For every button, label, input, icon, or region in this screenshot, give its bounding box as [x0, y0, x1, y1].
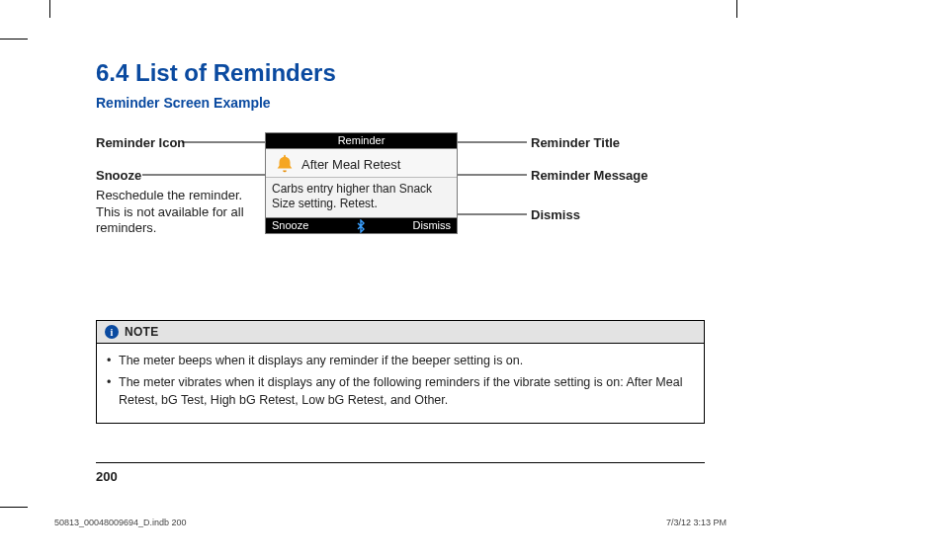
reminder-diagram: Reminder Icon Snooze Reschedule the remi… [96, 130, 705, 298]
callout-reminder-title: Reminder Title [531, 135, 699, 151]
note-label: NOTE [125, 325, 159, 339]
callout-label: Reminder Icon [96, 135, 244, 151]
section-title: 6.4 List of Reminders [96, 59, 705, 87]
crop-mark-top [49, 0, 50, 18]
callout-reminder-message: Reminder Message [531, 168, 699, 184]
device-footer: Snooze Dismiss [266, 217, 457, 233]
note-header: i NOTE [97, 321, 704, 344]
bell-icon [274, 153, 296, 175]
page-content: 6.4 List of Reminders Reminder Screen Ex… [96, 59, 705, 424]
bluetooth-icon [356, 219, 366, 231]
page-number: 200 [96, 462, 705, 484]
imprint-file: 50813_00048009694_D.indb 200 [54, 518, 187, 527]
device-message-body: Carbs entry higher than Snack Size setti… [266, 177, 457, 217]
device-dismiss-label: Dismiss [413, 219, 452, 231]
crop-mark-left [0, 39, 28, 40]
callout-dismiss: Dismiss [531, 207, 699, 223]
device-snooze-label: Snooze [272, 219, 308, 231]
subheading: Reminder Screen Example [96, 95, 705, 111]
callout-label: Snooze [96, 168, 244, 184]
callout-label: Reminder Title [531, 135, 699, 151]
crop-mark-bottom [0, 507, 28, 508]
device-titlebar: Reminder [266, 133, 457, 149]
callout-label: Dismiss [531, 207, 699, 223]
callout-label: Reminder Message [531, 168, 699, 184]
note-item: The meter beeps when it displays any rem… [107, 352, 694, 369]
device-header-row: After Meal Retest [266, 149, 457, 177]
info-icon: i [105, 325, 119, 339]
crop-mark-right [736, 0, 737, 18]
note-body: The meter beeps when it displays any rem… [97, 344, 704, 423]
reminder-device-screen: Reminder After Meal Retest Carbs entry h… [265, 132, 458, 234]
note-item: The meter vibrates when it displays any … [107, 373, 694, 409]
note-box: i NOTE The meter beeps when it displays … [96, 320, 705, 424]
device-message-title: After Meal Retest [301, 157, 400, 172]
imprint-footer: 50813_00048009694_D.indb 200 7/3/12 3:13… [54, 518, 727, 527]
callout-reminder-icon: Reminder Icon [96, 135, 244, 151]
callout-description: Reschedule the reminder. This is not ava… [96, 188, 244, 236]
imprint-datetime: 7/3/12 3:13 PM [666, 518, 727, 527]
callout-snooze: Snooze Reschedule the reminder. This is … [96, 168, 244, 236]
